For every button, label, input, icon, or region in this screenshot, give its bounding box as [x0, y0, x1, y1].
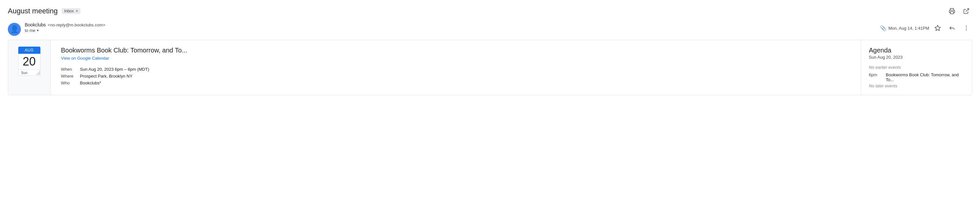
popout-icon	[963, 8, 970, 14]
sender-right: 📎 Mon, Aug 14, 1:41PM	[880, 22, 972, 34]
avatar-icon: 👤	[10, 26, 19, 33]
agenda-event-name: Bookworms Book Club: Tomorrow, and To...	[886, 72, 964, 82]
who-value: Bookclubs*	[80, 80, 149, 86]
star-button[interactable]	[932, 22, 943, 34]
agenda-event-time: 6pm	[869, 72, 881, 77]
when-label: When	[61, 66, 80, 73]
event-meta-table: When Sun Aug 20, 2023 6pm – 8pm (MDT) Wh…	[61, 66, 149, 86]
who-row: Who Bookclubs*	[61, 80, 149, 86]
to-line[interactable]: to me ▾	[25, 28, 105, 33]
svg-line-1	[966, 9, 969, 12]
when-value: Sun Aug 20, 2023 6pm – 8pm (MDT)	[80, 66, 149, 73]
calendar-card: Aug 20 Sun Bookworms Book Club: Tomorrow…	[8, 40, 972, 95]
calendar-month: Aug	[18, 46, 40, 54]
agenda-no-later: No later events	[869, 83, 964, 88]
calendar-triangle-icon	[35, 70, 40, 75]
when-row: When Sun Aug 20, 2023 6pm – 8pm (MDT)	[61, 66, 149, 73]
to-chevron-icon: ▾	[37, 28, 39, 33]
sender-name: Bookclubs	[25, 22, 46, 27]
to-label: to me	[25, 28, 35, 33]
email-timestamp: 📎 Mon, Aug 14, 1:41PM	[880, 25, 929, 31]
svg-point-3	[966, 26, 967, 27]
calendar-icon-section: Aug 20 Sun	[8, 40, 51, 95]
view-calendar-link[interactable]: View on Google Calendar	[61, 56, 109, 61]
print-button[interactable]	[946, 5, 958, 17]
email-body: Aug 20 Sun Bookworms Book Club: Tomorrow…	[0, 40, 980, 101]
sender-name-line: Bookclubs <no-reply@m.bookclubs.com>	[25, 22, 105, 27]
more-options-button[interactable]	[961, 22, 972, 34]
avatar: 👤	[8, 23, 21, 36]
where-value: Prospect Park, Brooklyn NY	[80, 73, 149, 80]
attachment-icon: 📎	[880, 25, 886, 31]
reply-button[interactable]	[946, 22, 958, 34]
svg-point-5	[966, 30, 967, 30]
sender-email: <no-reply@m.bookclubs.com>	[48, 22, 106, 27]
agenda-no-earlier: No earlier events	[869, 65, 964, 70]
agenda-section: Agenda Sun Aug 20, 2023 No earlier event…	[861, 40, 972, 95]
where-label: Where	[61, 73, 80, 80]
inbox-badge-close[interactable]: ×	[76, 9, 78, 13]
email-header: August meeting Inbox ×	[0, 0, 980, 19]
email-container: August meeting Inbox ×	[0, 0, 980, 101]
inbox-badge-label: Inbox	[64, 9, 74, 13]
calendar-weekday-row: Sun	[18, 70, 40, 76]
who-label: Who	[61, 80, 80, 86]
more-options-icon	[963, 25, 970, 31]
reply-icon	[949, 25, 955, 31]
calendar-weekday: Sun	[19, 70, 35, 76]
header-actions	[946, 5, 972, 17]
inbox-badge: Inbox ×	[62, 8, 81, 14]
where-row: Where Prospect Park, Brooklyn NY	[61, 73, 149, 80]
agenda-event-row: 6pm Bookworms Book Club: Tomorrow, and T…	[869, 72, 964, 82]
sender-info: Bookclubs <no-reply@m.bookclubs.com> to …	[25, 22, 105, 33]
subject-area: August meeting Inbox ×	[8, 7, 81, 15]
sender-left: 👤 Bookclubs <no-reply@m.bookclubs.com> t…	[8, 22, 105, 36]
svg-marker-2	[935, 26, 940, 30]
agenda-date: Sun Aug 20, 2023	[869, 55, 964, 60]
svg-point-4	[966, 28, 967, 29]
agenda-title: Agenda	[869, 46, 964, 54]
event-title: Bookworms Book Club: Tomorrow, and To...	[61, 46, 850, 54]
star-icon	[934, 25, 941, 31]
sender-row: 👤 Bookclubs <no-reply@m.bookclubs.com> t…	[0, 19, 980, 40]
event-details-section: Bookworms Book Club: Tomorrow, and To...…	[51, 40, 861, 95]
calendar-day: 20	[18, 54, 40, 70]
svg-rect-0	[950, 12, 954, 14]
timestamp-text: Mon, Aug 14, 1:41PM	[888, 26, 929, 30]
print-icon	[949, 8, 955, 14]
popout-button[interactable]	[961, 5, 972, 17]
subject-title: August meeting	[8, 7, 58, 15]
